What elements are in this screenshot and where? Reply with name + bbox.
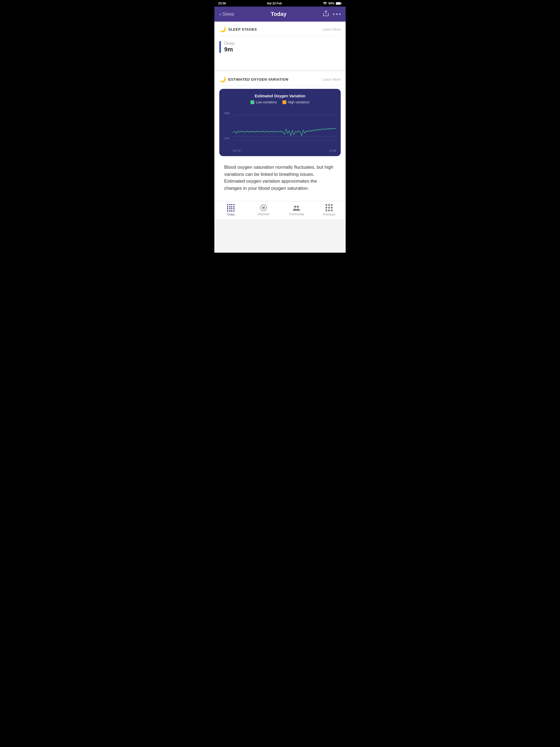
oxygen-chart-card: Estimated Oxygen Variation Low variation… xyxy=(219,89,341,156)
status-date: Sat 22 Feb xyxy=(267,2,282,5)
chart-svg-container xyxy=(233,114,336,140)
app-container: ‹ Sleep Today � xyxy=(214,6,346,253)
battery-icon xyxy=(336,2,342,5)
legend-low-dot xyxy=(251,100,254,104)
more-icon[interactable] xyxy=(333,14,341,15)
community-icon xyxy=(292,204,301,211)
oxygen-chart-svg xyxy=(233,114,336,140)
chart-high-label: High xyxy=(224,111,230,114)
discover-icon xyxy=(260,204,267,211)
oxygen-learn-more[interactable]: Learn More xyxy=(323,77,341,81)
wifi-icon xyxy=(323,2,327,5)
oxygen-title: ESTIMATED OXYGEN VARIATION xyxy=(228,77,288,81)
nav-community-label: Community xyxy=(289,212,304,216)
chart-title: Estimated Oxygen Variation xyxy=(224,94,336,98)
nav-community[interactable]: Community xyxy=(280,204,313,216)
premium-icon xyxy=(325,204,333,212)
legend-high-dot xyxy=(282,100,286,104)
svg-rect-3 xyxy=(341,3,341,4)
sleep-deep-row: Deep 9m xyxy=(219,39,341,55)
oxygen-moon-icon: 🌙 xyxy=(219,76,226,83)
back-button[interactable]: ‹ Sleep xyxy=(219,11,234,17)
svg-point-0 xyxy=(325,4,325,5)
sleep-stages-section: 🌙 SLEEP STAGES Learn More Deep 9m xyxy=(214,22,346,70)
legend-high: High variations xyxy=(282,100,309,104)
svg-point-8 xyxy=(297,206,299,208)
svg-point-7 xyxy=(294,206,296,208)
nav-premium-label: Premium xyxy=(323,213,335,216)
chart-low-label: Low xyxy=(224,136,229,140)
header-title: Today xyxy=(271,11,286,17)
oxygen-title-row: 🌙 ESTIMATED OXYGEN VARIATION xyxy=(219,76,288,83)
deep-bar xyxy=(219,41,221,53)
today-icon xyxy=(227,204,235,212)
device-frame: 23:56 Sat 22 Feb 94% ‹ Sleep xyxy=(214,0,346,253)
nav-discover[interactable]: Discover xyxy=(247,204,280,216)
bottom-nav: Today Discover Community xyxy=(214,201,346,219)
status-bar: 23:56 Sat 22 Feb 94% xyxy=(214,0,346,6)
nav-today-label: Today xyxy=(227,213,235,216)
chart-legend: Low variations High variations xyxy=(224,100,336,104)
chart-end-time: 11:08 xyxy=(329,149,336,152)
header-actions xyxy=(323,10,341,18)
chart-area: High Low xyxy=(224,109,336,147)
nav-discover-label: Discover xyxy=(258,212,270,216)
deep-value: 9m xyxy=(224,46,235,53)
share-icon[interactable] xyxy=(323,10,329,18)
oxygen-header: 🌙 ESTIMATED OXYGEN VARIATION Learn More xyxy=(219,76,341,85)
deep-info: Deep 9m xyxy=(224,41,235,53)
sleep-stages-title-row: 🌙 SLEEP STAGES xyxy=(219,26,257,32)
deep-label: Deep xyxy=(224,41,235,46)
back-label: Sleep xyxy=(222,11,234,17)
nav-premium[interactable]: Premium xyxy=(313,204,346,216)
status-time: 23:56 xyxy=(218,2,226,5)
sleep-stages-header: 🌙 SLEEP STAGES Learn More xyxy=(219,26,341,35)
oxygen-section: 🌙 ESTIMATED OXYGEN VARIATION Learn More … xyxy=(214,72,346,201)
app-header: ‹ Sleep Today xyxy=(214,6,346,22)
chart-start-time: 02:14 xyxy=(233,149,240,152)
back-chevron-icon: ‹ xyxy=(219,11,221,17)
chart-times: 02:14 11:08 xyxy=(224,149,336,152)
sleep-stages-title: SLEEP STAGES xyxy=(228,27,257,31)
legend-low: Low variations xyxy=(251,100,277,104)
sleep-stages-learn-more[interactable]: Learn More xyxy=(323,27,341,31)
status-right: 94% xyxy=(323,2,342,5)
nav-today[interactable]: Today xyxy=(214,204,247,216)
legend-low-label: Low variations xyxy=(256,100,277,104)
legend-high-label: High variations xyxy=(288,100,309,104)
oxygen-description: Blood oxygen saturation normally fluctua… xyxy=(219,160,341,196)
battery-percent: 94% xyxy=(328,2,334,5)
svg-rect-2 xyxy=(336,2,340,4)
moon-icon: 🌙 xyxy=(219,26,226,32)
